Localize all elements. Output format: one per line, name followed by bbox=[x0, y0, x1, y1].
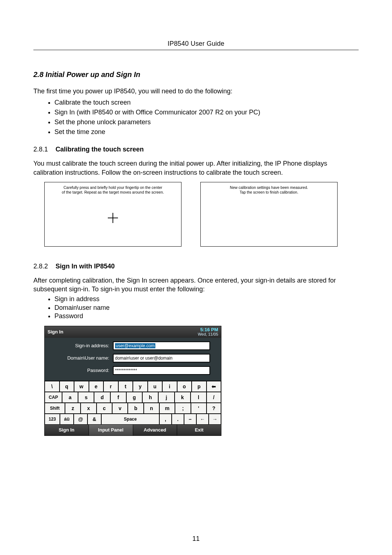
key-k[interactable]: k bbox=[175, 392, 191, 403]
subsection-2-name: Sign In with IP8540 bbox=[56, 263, 115, 270]
key-arrow-right[interactable]: → bbox=[209, 414, 221, 425]
calib2-line2: Tap the screen to finish calibration. bbox=[240, 190, 298, 194]
subsection-1-title: 2.8.1 Calibrating the touch screen bbox=[33, 146, 359, 153]
calib1-line1: Carefully press and briefly hold your fi… bbox=[64, 185, 162, 190]
signin-form: Sign-in address: user@example.com Domain… bbox=[45, 338, 221, 381]
key-y[interactable]: y bbox=[133, 381, 148, 392]
keyboard-row-4: 123 áü @ & Space , . – ← → bbox=[45, 414, 221, 425]
key-question[interactable]: ? bbox=[207, 403, 221, 414]
bottombar-advanced-button[interactable]: Advanced bbox=[133, 425, 177, 436]
signin-time: 5:16 PM bbox=[198, 327, 218, 332]
signin-address-input[interactable]: user@example.com bbox=[113, 341, 210, 350]
key-a[interactable]: a bbox=[62, 392, 78, 403]
key-u[interactable]: u bbox=[148, 381, 163, 392]
calibration-screens-row: Carefully press and briefly hold your fi… bbox=[33, 182, 359, 247]
key-semicolon[interactable]: ; bbox=[175, 403, 191, 414]
signin-bullets: Sign in address Domain\user name Passwor… bbox=[33, 295, 359, 320]
calib1-line2: of the target. Repeat as the target move… bbox=[62, 190, 164, 194]
signin-bullet: Password bbox=[54, 312, 359, 320]
signin-date: Wed, 11/05 bbox=[198, 332, 218, 337]
key-j[interactable]: j bbox=[158, 392, 174, 403]
subsection-2-body: After completing calibration, the Sign I… bbox=[33, 276, 359, 294]
calibration-screen-done-text: New calibration settings have been measu… bbox=[201, 185, 337, 195]
signin-address-value: user@example.com bbox=[115, 343, 155, 348]
keyboard-row-3: Shift z x c v b n m ; ' ? bbox=[45, 403, 221, 414]
intro-bullet: Set the phone unlock parameters bbox=[54, 117, 359, 127]
key-apostrophe[interactable]: ' bbox=[191, 403, 207, 414]
keyboard-row-2: CAP a s d f g h j k l / bbox=[45, 392, 221, 403]
calib2-line1: New calibration settings have been measu… bbox=[230, 185, 308, 190]
key-arrow-left[interactable]: ← bbox=[196, 414, 209, 425]
key-comma[interactable]: , bbox=[159, 414, 172, 425]
key-at[interactable]: @ bbox=[74, 414, 87, 425]
header-rule bbox=[33, 50, 359, 50]
calibration-screen-target-text: Carefully press and briefly hold your fi… bbox=[45, 185, 181, 195]
key-b[interactable]: b bbox=[128, 403, 143, 414]
key-cap[interactable]: CAP bbox=[45, 392, 62, 403]
key-slash[interactable]: / bbox=[207, 392, 221, 403]
signin-password-input[interactable]: ************* bbox=[113, 366, 210, 375]
key-c[interactable]: c bbox=[97, 403, 112, 414]
intro-bullets: Calibrate the touch screen Sign In (with… bbox=[33, 98, 359, 137]
key-d[interactable]: d bbox=[94, 392, 110, 403]
key-accents[interactable]: áü bbox=[60, 414, 74, 425]
subsection-1-name: Calibrating the touch screen bbox=[56, 146, 144, 153]
key-l[interactable]: l bbox=[191, 392, 207, 403]
key-backslash[interactable]: \ bbox=[45, 381, 60, 392]
key-p[interactable]: p bbox=[192, 381, 207, 392]
signin-titlebar: Sign In 5:16 PM Wed, 11/05 bbox=[45, 326, 221, 338]
key-s[interactable]: s bbox=[78, 392, 94, 403]
subsection-2-number: 2.8.2 bbox=[33, 263, 48, 270]
key-z[interactable]: z bbox=[65, 403, 81, 414]
key-v[interactable]: v bbox=[112, 403, 128, 414]
calibration-screen-done: New calibration settings have been measu… bbox=[200, 182, 338, 247]
key-i[interactable]: i bbox=[162, 381, 177, 392]
key-q[interactable]: q bbox=[60, 381, 74, 392]
signin-title: Sign In bbox=[48, 329, 63, 335]
intro-paragraph: The first time you power up IP8540, you … bbox=[33, 87, 359, 96]
bottombar-signin-button[interactable]: Sign In bbox=[45, 425, 89, 436]
key-shift[interactable]: Shift bbox=[45, 403, 65, 414]
signin-bullet: Sign in address bbox=[54, 295, 359, 303]
signin-bullet: Domain\user name bbox=[54, 304, 359, 312]
key-backspace[interactable]: ⬅ bbox=[207, 381, 221, 392]
keyboard-row-1: \ q w e r t y u i o p ⬅ bbox=[45, 381, 221, 392]
signin-address-row: Sign-in address: user@example.com bbox=[48, 341, 217, 350]
key-x[interactable]: x bbox=[81, 403, 96, 414]
key-w[interactable]: w bbox=[74, 381, 89, 392]
subsection-1-body: You must calibrate the touch screen duri… bbox=[33, 159, 359, 177]
signin-screenshot: Sign In 5:16 PM Wed, 11/05 Sign-in addre… bbox=[44, 326, 221, 436]
section-title: 2.8 Initial Power up and Sign In bbox=[33, 70, 359, 79]
bottombar-input-panel-button[interactable]: Input Panel bbox=[89, 425, 133, 436]
signin-password-label: Password: bbox=[48, 368, 113, 373]
signin-bottombar: Sign In Input Panel Advanced Exit bbox=[45, 425, 221, 436]
key-ampersand[interactable]: & bbox=[87, 414, 101, 425]
subsection-2-title: 2.8.2 Sign In with IP8540 bbox=[33, 263, 359, 270]
key-123[interactable]: 123 bbox=[45, 414, 60, 425]
crosshair-icon bbox=[108, 213, 118, 223]
key-period[interactable]: . bbox=[172, 414, 184, 425]
signin-clock: 5:16 PM Wed, 11/05 bbox=[198, 327, 218, 336]
running-header: IP8540 User Guide bbox=[33, 40, 359, 48]
key-f[interactable]: f bbox=[110, 392, 126, 403]
signin-password-row: Password: ************* bbox=[48, 366, 217, 375]
key-space[interactable]: Space bbox=[101, 414, 159, 425]
key-e[interactable]: e bbox=[89, 381, 104, 392]
intro-bullet: Sign In (with IP8540 or with Office Comm… bbox=[54, 108, 359, 117]
key-n[interactable]: n bbox=[144, 403, 159, 414]
intro-bullet: Set the time zone bbox=[54, 127, 359, 137]
signin-address-label: Sign-in address: bbox=[48, 343, 113, 348]
onscreen-keyboard: \ q w e r t y u i o p ⬅ CAP a s d f g h bbox=[45, 381, 221, 425]
key-m[interactable]: m bbox=[159, 403, 175, 414]
key-h[interactable]: h bbox=[142, 392, 158, 403]
signin-user-input[interactable]: domain\user or user@domain bbox=[113, 354, 210, 362]
intro-bullet: Calibrate the touch screen bbox=[54, 98, 359, 108]
key-r[interactable]: r bbox=[103, 381, 118, 392]
key-t[interactable]: t bbox=[118, 381, 133, 392]
signin-user-label: Domain\User name: bbox=[48, 355, 113, 361]
bottombar-exit-button[interactable]: Exit bbox=[177, 425, 221, 436]
key-dash[interactable]: – bbox=[184, 414, 196, 425]
key-g[interactable]: g bbox=[126, 392, 142, 403]
key-o[interactable]: o bbox=[177, 381, 192, 392]
signin-user-row: Domain\User name: domain\user or user@do… bbox=[48, 354, 217, 362]
